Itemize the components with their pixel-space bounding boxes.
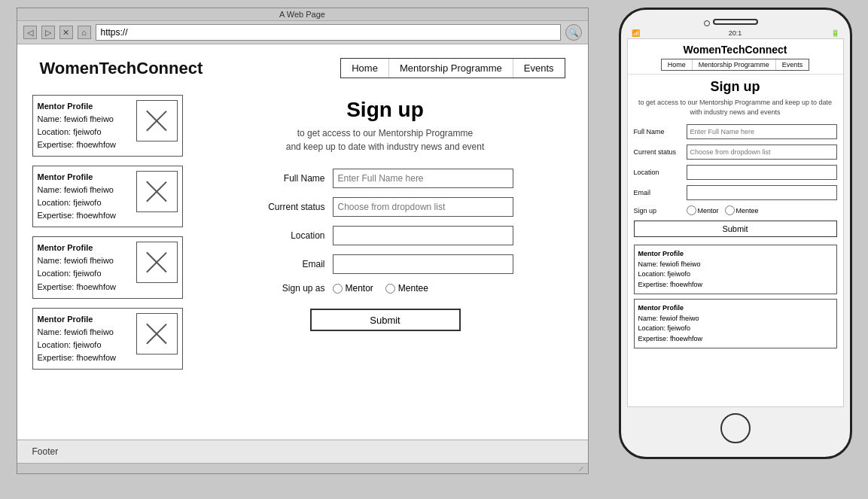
full-name-input[interactable]	[333, 169, 513, 188]
phone-email-label: Email	[634, 189, 687, 196]
phone-signup-subtitle: to get access to our Mentorship Programm…	[634, 98, 837, 117]
phone-site-nav: Home Mentorship Programme Events	[661, 59, 810, 71]
site-header: WomenTechConnect Home Mentorship Program…	[17, 44, 588, 87]
mentor-location-1: Location: fjeiwofo	[38, 126, 130, 138]
phone-speaker	[713, 19, 758, 25]
phone-email-row: Email	[634, 185, 837, 200]
mentor-card-title-2: Mentor Profile	[38, 171, 130, 184]
phone-mentor-location-2: Location: fjeiwofo	[638, 324, 833, 334]
mentor-card-title-3: Mentor Profile	[38, 242, 130, 254]
nav-home[interactable]: Home	[341, 59, 389, 78]
mentor-card-4: Mentor Profile Name: fewiofi fheiwo Loca…	[32, 308, 183, 370]
home-button[interactable]: ⌂	[78, 26, 91, 39]
mentor-location-4: Location: fjeiwofo	[38, 339, 130, 351]
signup-title: Sign up	[346, 98, 424, 122]
phone-home-button[interactable]	[720, 413, 751, 443]
browser-content: WomenTechConnect Home Mentorship Program…	[17, 44, 588, 463]
phone-mentee-radio[interactable]	[725, 205, 735, 215]
nav-mentorship[interactable]: Mentorship Programme	[389, 59, 513, 78]
phone-signal-icon: 📶	[632, 29, 640, 37]
phone-signup-as-row: Sign up Mentor Mentee	[634, 205, 837, 215]
browser-titlebar: A Web Page	[17, 8, 588, 21]
email-label: Email	[257, 259, 333, 269]
phone-mentor-option[interactable]: Mentor	[687, 205, 719, 215]
signup-as-label: Sign up as	[257, 283, 333, 294]
phone-mentor-title-2: Mentor Profile	[638, 303, 833, 314]
mentor-location-3: Location: fjeiwofo	[38, 267, 130, 280]
phone-mentee-label: Mentee	[736, 207, 759, 215]
site-logo: WomenTechConnect	[40, 59, 203, 78]
phone-status-input[interactable]	[687, 145, 837, 160]
signup-as-row: Sign up as Mentor Mentee	[257, 283, 513, 294]
browser-search-button[interactable]: 🔍	[565, 24, 582, 41]
mentor-name-2: Name: fewiofi fheiwo	[38, 184, 130, 196]
phone-screen: WomenTechConnect Home Mentorship Program…	[627, 38, 844, 407]
phone-location-row: Location	[634, 165, 837, 180]
phone-mentor-card-2: Mentor Profile Name: fewiof fheiwo Locat…	[634, 299, 837, 348]
signup-subtitle-line2: and keep up to date with industry news a…	[286, 141, 485, 152]
nav-events[interactable]: Events	[513, 59, 565, 78]
mentee-option[interactable]: Mentee	[385, 283, 428, 294]
phone-mentor-title-1: Mentor Profile	[638, 249, 833, 260]
browser-title: A Web Page	[279, 10, 325, 19]
mentor-radio[interactable]	[333, 284, 343, 294]
phone-status-row: Current status	[634, 145, 837, 160]
mentor-image-2	[136, 171, 178, 212]
mentor-info-3: Mentor Profile Name: fewiofi fheiwo Loca…	[38, 242, 130, 293]
site-nav: Home Mentorship Programme Events	[340, 58, 565, 78]
phone-nav-mentorship[interactable]: Mentorship Programme	[693, 59, 776, 70]
phone-mentor-card-1: Mentor Profile Name: fewiofi fheiwo Loca…	[634, 245, 837, 294]
location-row: Location	[257, 226, 513, 245]
status-input[interactable]	[333, 197, 513, 217]
browser-toolbar: ◁ ▷ ✕ ⌂ 🔍	[17, 21, 588, 44]
phone-mentor-name-1: Name: fewiofi fheiwo	[638, 260, 833, 270]
phone-mentor-radio[interactable]	[687, 205, 696, 215]
phone-radio-group: Mentor Mentee	[687, 205, 837, 215]
site-footer: Footer	[17, 440, 588, 463]
phone-time: 20:1	[729, 29, 742, 37]
mentor-expertise-3: Expertise: fhoewhfow	[38, 281, 130, 294]
mentor-image-4	[136, 313, 178, 354]
mentee-radio-label: Mentee	[398, 283, 428, 294]
signup-subtitle-line1: to get access to our Mentorship Programm…	[297, 128, 473, 138]
mentee-radio[interactable]	[385, 284, 395, 294]
browser-scrollbar[interactable]: ⟋	[17, 463, 588, 473]
phone-status-bar: 📶 20:1 🔋	[627, 29, 844, 37]
phone-mentor-expertise-2: Expertise: fhoewhfow	[638, 334, 833, 345]
phone-full-name-input[interactable]	[687, 124, 837, 139]
phone-mentor-location-1: Location: fjeiwofo	[638, 269, 833, 280]
phone-email-input[interactable]	[687, 185, 837, 200]
mentor-image-1	[136, 100, 178, 141]
mentor-expertise-4: Expertise: fhoewhfow	[38, 351, 130, 364]
phone-mentor-name-2: Name: fewiof fheiwo	[638, 314, 833, 324]
signup-section: Sign up to get access to our Mentorship …	[198, 95, 573, 432]
phone-full-name-row: Full Name	[634, 124, 837, 139]
browser-mockup: A Web Page ◁ ▷ ✕ ⌂ 🔍 WomenTechConnect Ho…	[17, 8, 589, 474]
phone-submit-button[interactable]: Submit	[634, 221, 837, 237]
email-input[interactable]	[333, 254, 513, 274]
phone-location-input[interactable]	[687, 165, 837, 180]
location-input[interactable]	[333, 226, 513, 245]
status-row: Current status	[257, 197, 513, 217]
phone-battery-icon: 🔋	[831, 29, 839, 37]
forward-button[interactable]: ▷	[41, 26, 55, 39]
phone-signup-as-label: Sign up	[634, 207, 687, 215]
phone-site-logo: WomenTechConnect	[684, 44, 787, 56]
phone-nav-home[interactable]: Home	[662, 59, 693, 70]
phone-mentee-option[interactable]: Mentee	[725, 205, 759, 215]
phone-nav-events[interactable]: Events	[776, 59, 809, 70]
mentor-card-2: Mentor Profile Name: fewiofi fheiwo Loca…	[32, 166, 183, 227]
mentor-option[interactable]: Mentor	[333, 283, 373, 294]
mentor-card-1: Mentor Profile Name: fewiofi fheiwo Loca…	[32, 95, 183, 157]
mentor-image-3	[136, 242, 178, 283]
mentor-info-4: Mentor Profile Name: fewiofi fheiwo Loca…	[38, 313, 130, 364]
submit-button[interactable]: Submit	[310, 309, 461, 331]
back-button[interactable]: ◁	[23, 26, 37, 39]
mentor-radio-label: Mentor	[346, 283, 373, 294]
address-bar[interactable]	[96, 24, 561, 41]
mentor-info-2: Mentor Profile Name: fewiofi fheiwo Loca…	[38, 171, 130, 222]
close-button[interactable]: ✕	[59, 26, 73, 39]
email-row: Email	[257, 254, 513, 274]
location-label: Location	[257, 230, 333, 241]
sidebar: Mentor Profile Name: fewiofi fheiwo Loca…	[32, 95, 183, 432]
